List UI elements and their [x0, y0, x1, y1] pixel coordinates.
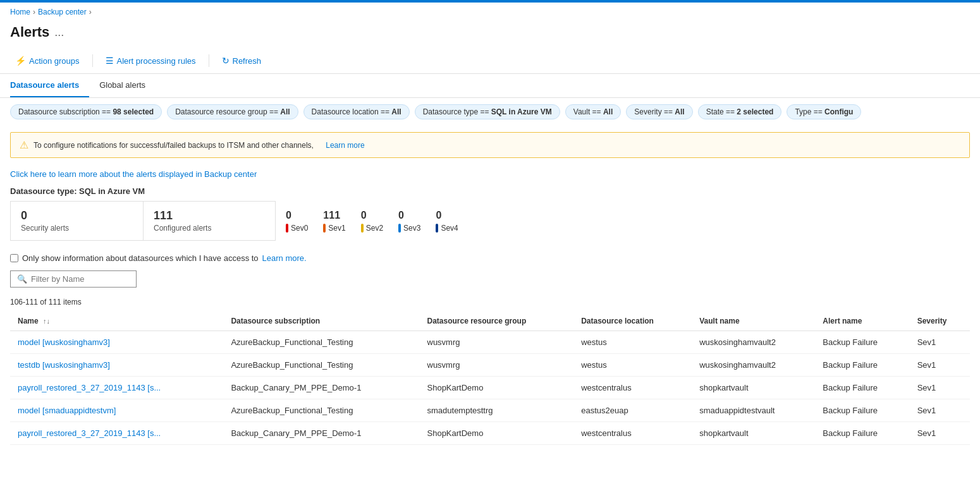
warning-learn-more-link[interactable]: Learn more [326, 141, 364, 150]
datasource-access-checkbox[interactable] [10, 254, 18, 262]
sev1-bar [323, 224, 326, 233]
severity-stats: 0 Sev0 111 Sev1 0 Sev2 0 Sev3 [276, 201, 469, 241]
page-title: Alerts [10, 24, 49, 40]
datasource-access-label: Only show information about datasources … [22, 253, 259, 263]
refresh-button[interactable]: ↻ Refresh [217, 53, 267, 68]
search-input-wrapper: 🔍 [10, 270, 137, 288]
sev1-label: Sev1 [328, 224, 345, 233]
breadcrumb-separator2: › [89, 8, 92, 16]
table-container: Name ↑↓ Datasource subscription Datasour… [0, 312, 980, 445]
cell-subscription-4: Backup_Canary_PM_PPE_Demo-1 [223, 422, 419, 445]
action-groups-label: Action groups [29, 56, 80, 66]
alert-processing-rules-icon: ☰ [106, 56, 114, 66]
cell-alert-name-1: Backup Failure [815, 354, 909, 377]
security-alerts-number: 0 [21, 209, 133, 222]
filter-chip-vault[interactable]: Vault == All [565, 104, 622, 119]
sev4-bar [436, 224, 438, 233]
cell-name-4[interactable]: payroll_restored_3_27_2019_1143 [s... [10, 422, 223, 445]
cell-subscription-0: AzureBackup_Functional_Testing [223, 331, 419, 354]
warning-text: To configure notifications for successfu… [34, 141, 314, 150]
col-header-severity: Severity [910, 312, 970, 331]
cell-severity-4: Sev1 [910, 422, 970, 445]
cell-name-2[interactable]: payroll_restored_3_27_2019_1143 [s... [10, 377, 223, 399]
cell-subscription-1: AzureBackup_Functional_Testing [223, 354, 419, 377]
sev0-label: Sev0 [291, 224, 308, 233]
cell-severity-1: Sev1 [910, 354, 970, 377]
sev4-label: Sev4 [441, 224, 458, 233]
sev0-number: 0 [286, 210, 291, 221]
table-header: Name ↑↓ Datasource subscription Datasour… [10, 312, 970, 331]
security-alerts-label: Security alerts [21, 224, 133, 233]
sev3-label: Sev3 [403, 224, 420, 233]
sev2-number: 0 [361, 210, 367, 221]
filter-chip-state[interactable]: State == 2 selected [698, 104, 782, 119]
checkbox-row: Only show information about datasources … [0, 248, 980, 270]
table-row: testdb [wuskosinghamv3] AzureBackup_Func… [10, 354, 970, 377]
breadcrumb-home[interactable]: Home [10, 8, 30, 16]
cell-alert-name-0: Backup Failure [815, 331, 909, 354]
sev2-bar [361, 224, 364, 233]
configured-alerts-number: 111 [154, 209, 265, 222]
sev3-number: 0 [398, 210, 404, 221]
table-row: model [wuskosinghamv3] AzureBackup_Funct… [10, 331, 970, 354]
cell-alert-name-3: Backup Failure [815, 399, 909, 422]
sev0-stat: 0 Sev0 [286, 210, 308, 233]
cell-name-0[interactable]: model [wuskosinghamv3] [10, 331, 223, 354]
cell-subscription-2: Backup_Canary_PM_PPE_Demo-1 [223, 377, 419, 399]
filters-bar: Datasource subscription == 98 selected D… [0, 98, 980, 126]
cell-name-1[interactable]: testdb [wuskosinghamv3] [10, 354, 223, 377]
refresh-icon: ↻ [222, 56, 230, 66]
tab-global-alerts[interactable]: Global alerts [99, 74, 156, 97]
cell-location-4: westcentralus [573, 422, 692, 445]
page-header: Alerts ... [0, 21, 980, 48]
configured-alerts-label: Configured alerts [154, 224, 265, 233]
filter-chip-subscription[interactable]: Datasource subscription == 98 selected [10, 104, 162, 119]
warning-banner: ⚠ To configure notifications for success… [10, 132, 970, 158]
items-count: 106-111 of 111 items [0, 295, 980, 312]
col-header-subscription: Datasource subscription [223, 312, 419, 331]
toolbar-divider-2 [209, 54, 209, 67]
cell-location-0: westus [573, 331, 692, 354]
cell-alert-name-2: Backup Failure [815, 377, 909, 399]
table-row: payroll_restored_3_27_2019_1143 [s... Ba… [10, 377, 970, 399]
sev4-stat: 0 Sev4 [436, 210, 458, 233]
filter-chip-location[interactable]: Datasource location == All [303, 104, 410, 119]
sort-icon[interactable]: ↑↓ [43, 317, 50, 325]
filter-chip-type[interactable]: Datasource type == SQL in Azure VM [415, 104, 560, 119]
tab-datasource-alerts[interactable]: Datasource alerts [10, 74, 89, 97]
search-input[interactable] [31, 274, 130, 284]
breadcrumb-backup-center[interactable]: Backup center [38, 8, 87, 16]
alert-processing-rules-label: Alert processing rules [117, 56, 196, 66]
summary-card-security[interactable]: 0 Security alerts [10, 201, 143, 241]
search-icon: 🔍 [17, 274, 27, 284]
filter-chip-resource-group[interactable]: Datasource resource group == All [167, 104, 298, 119]
table-body: model [wuskosinghamv3] AzureBackup_Funct… [10, 331, 970, 445]
cell-vault-3: smaduappidtestvault [692, 399, 815, 422]
sev2-label: Sev2 [366, 224, 383, 233]
cell-location-1: westus [573, 354, 692, 377]
cell-alert-name-4: Backup Failure [815, 422, 909, 445]
cell-resource-group-3: smadutemptesttrg [420, 399, 574, 422]
summary-card-configured[interactable]: 111 Configured alerts [143, 201, 276, 241]
breadcrumb: Home › Backup center › [0, 3, 980, 21]
action-groups-button[interactable]: ⚡ Action groups [10, 53, 85, 68]
filter-chip-configu[interactable]: Type == Configu [787, 104, 861, 119]
sev0-bar [286, 224, 288, 233]
filter-chip-severity[interactable]: Severity == All [626, 104, 692, 119]
sev4-number: 0 [436, 210, 441, 221]
col-header-location: Datasource location [573, 312, 692, 331]
cell-severity-0: Sev1 [910, 331, 970, 354]
col-header-name: Name ↑↓ [10, 312, 223, 331]
warning-icon: ⚠ [20, 139, 28, 151]
sev3-bar [398, 224, 401, 233]
cell-location-3: eastus2euap [573, 399, 692, 422]
page-ellipsis[interactable]: ... [54, 26, 64, 39]
cell-name-3[interactable]: model [smaduappidtestvm] [10, 399, 223, 422]
cell-location-2: westcentralus [573, 377, 692, 399]
col-header-vault-name: Vault name [692, 312, 815, 331]
search-bar: 🔍 [0, 270, 980, 295]
info-learn-more-link[interactable]: Click here to learn more about the alert… [0, 164, 980, 184]
action-groups-icon: ⚡ [15, 56, 26, 66]
checkbox-learn-more-link[interactable]: Learn more. [262, 253, 307, 263]
alert-processing-rules-button[interactable]: ☰ Alert processing rules [101, 53, 201, 68]
